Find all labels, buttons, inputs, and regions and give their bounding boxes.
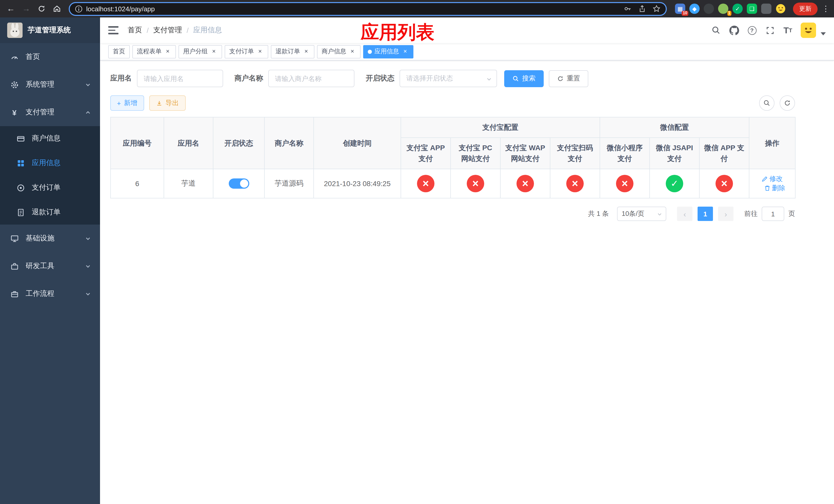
- close-icon[interactable]: ×: [349, 48, 356, 55]
- edit-link[interactable]: 修改: [762, 174, 783, 184]
- help-icon[interactable]: ?: [747, 25, 757, 36]
- sidebar-item-merchant-info[interactable]: 商户信息: [0, 126, 100, 151]
- breadcrumb-payment[interactable]: 支付管理: [153, 26, 182, 35]
- browser-update-button[interactable]: 更新: [793, 2, 818, 15]
- col-header-merchant: 商户名称: [264, 117, 314, 169]
- monitor-icon: [9, 233, 20, 244]
- extension-chat-icon[interactable]: ❑: [747, 4, 757, 14]
- toggle-search-button[interactable]: [759, 95, 774, 111]
- sidebar-item-app-info[interactable]: 应用信息: [0, 151, 100, 175]
- tab-user-group[interactable]: 用户分组 ×: [178, 45, 222, 58]
- col-header-alipay-app: 支付宝 APP 支付: [401, 138, 451, 169]
- close-icon[interactable]: ×: [210, 48, 218, 55]
- site-info-icon: [75, 5, 83, 13]
- disabled-cross-icon: ×: [616, 175, 633, 192]
- table-row: 6 芋道 芋道源码 2021-10-23 08:49:25 × × × × ×: [111, 169, 795, 198]
- grid-icon: [15, 158, 26, 168]
- tab-merchant-info[interactable]: 商户信息 ×: [317, 45, 360, 58]
- page-size-select[interactable]: 10条/页: [617, 207, 666, 221]
- password-key-icon[interactable]: [624, 5, 632, 13]
- close-icon[interactable]: ×: [164, 48, 171, 55]
- tab-label: 商户信息: [322, 47, 346, 56]
- bank-card-icon: [15, 133, 26, 143]
- search-button[interactable]: 搜索: [504, 70, 544, 87]
- extension-badge: 1: [727, 11, 731, 16]
- status-select[interactable]: 请选择开启状态: [399, 70, 497, 87]
- extension-dark-icon[interactable]: [704, 4, 714, 14]
- breadcrumb-home[interactable]: 首页: [128, 26, 142, 35]
- next-page-button[interactable]: ›: [718, 207, 733, 221]
- goto-page-input[interactable]: [762, 207, 784, 221]
- refresh-table-button[interactable]: [780, 95, 795, 111]
- extension-check-icon[interactable]: ✓: [732, 4, 743, 14]
- tab-app-info[interactable]: 应用信息 ×: [363, 45, 413, 58]
- sidebar-logo[interactable]: 芋道管理系统: [0, 18, 100, 43]
- close-icon[interactable]: ×: [257, 48, 264, 55]
- reset-button[interactable]: 重置: [549, 70, 588, 87]
- browser-forward-button[interactable]: →: [20, 2, 33, 15]
- extension-puzzle-icon[interactable]: [761, 4, 771, 14]
- sidebar-item-label: 应用信息: [32, 158, 61, 168]
- app-name-label: 应用名: [110, 74, 132, 83]
- tab-process-form[interactable]: 流程表单 ×: [132, 45, 176, 58]
- status-select-placeholder: 请选择开启状态: [406, 74, 453, 83]
- extension-drop-icon[interactable]: ◆: [689, 4, 700, 14]
- fullscreen-icon[interactable]: [765, 25, 775, 36]
- prev-page-button[interactable]: ‹: [677, 207, 693, 221]
- sidebar-item-dev-tools[interactable]: 研发工具: [0, 252, 100, 280]
- sidebar-item-pay-order[interactable]: 支付订单: [0, 175, 100, 200]
- sidebar-item-refund-order[interactable]: 退款订单: [0, 200, 100, 225]
- extension-emoji-icon[interactable]: [775, 4, 786, 14]
- cell-channel-alipay-pc: ×: [451, 169, 500, 198]
- sidebar-item-label: 支付订单: [32, 183, 61, 192]
- avatar-caret-icon[interactable]: [821, 32, 826, 36]
- close-icon[interactable]: ×: [402, 48, 409, 55]
- refresh-icon: [38, 5, 46, 13]
- sidebar-item-infra[interactable]: 基础设施: [0, 225, 100, 252]
- user-avatar[interactable]: [801, 23, 816, 38]
- tab-pay-order[interactable]: 支付订单 ×: [225, 45, 268, 58]
- cell-channel-wx-app: ×: [699, 169, 749, 198]
- address-bar[interactable]: localhost:1024/pay/app: [69, 2, 667, 16]
- font-size-icon[interactable]: TT: [783, 25, 793, 36]
- col-header-wx-jsapi: 微信 JSAPI 支付: [650, 138, 699, 169]
- tab-refund-order[interactable]: 退款订单 ×: [271, 45, 314, 58]
- add-button[interactable]: + 新增: [110, 95, 144, 111]
- sidebar-item-home[interactable]: 首页: [0, 43, 100, 71]
- delete-link[interactable]: 删除: [764, 184, 785, 193]
- tab-label: 支付订单: [229, 47, 254, 56]
- download-icon: [156, 100, 162, 107]
- bookmark-star-icon[interactable]: [653, 5, 661, 13]
- github-icon[interactable]: [729, 25, 739, 36]
- group-header-alipay: 支付宝配置: [401, 117, 600, 138]
- logo-image: [7, 23, 23, 38]
- status-toggle[interactable]: [228, 178, 249, 189]
- merchant-name-input[interactable]: [268, 70, 354, 87]
- chevron-down-icon: [85, 263, 91, 269]
- goto-prefix: 前往: [744, 209, 758, 219]
- tab-home[interactable]: 首页: [108, 45, 130, 58]
- hamburger-icon[interactable]: [108, 25, 119, 36]
- export-button[interactable]: 导出: [149, 95, 185, 111]
- page-number-1[interactable]: 1: [698, 207, 713, 221]
- browser-back-button[interactable]: ←: [4, 2, 18, 15]
- col-header-wx-app: 微信 APP 支付: [699, 138, 749, 169]
- extension-badge: 10: [682, 11, 688, 16]
- total-count: 共 1 条: [588, 209, 609, 219]
- browser-menu-icon[interactable]: ⋮: [822, 4, 830, 13]
- extension-grid-icon[interactable]: ▦ 10: [675, 4, 685, 14]
- extension-avatar-icon[interactable]: 1: [718, 4, 728, 14]
- sidebar-item-payment[interactable]: ¥ 支付管理: [0, 98, 100, 126]
- sidebar: 芋道管理系统 首页 系统管理 ¥ 支付管理: [0, 18, 100, 504]
- sidebar-item-system[interactable]: 系统管理: [0, 71, 100, 98]
- close-icon[interactable]: ×: [303, 48, 310, 55]
- share-icon[interactable]: [638, 5, 646, 13]
- browser-home-button[interactable]: [50, 2, 64, 15]
- document-icon: [15, 207, 26, 217]
- sidebar-item-workflow[interactable]: 工作流程: [0, 280, 100, 307]
- browser-refresh-button[interactable]: [35, 2, 48, 15]
- app-name-input[interactable]: [137, 70, 223, 87]
- disabled-cross-icon: ×: [566, 175, 584, 192]
- col-header-alipay-pc: 支付宝 PC 网站支付: [451, 138, 500, 169]
- search-icon[interactable]: [711, 25, 721, 36]
